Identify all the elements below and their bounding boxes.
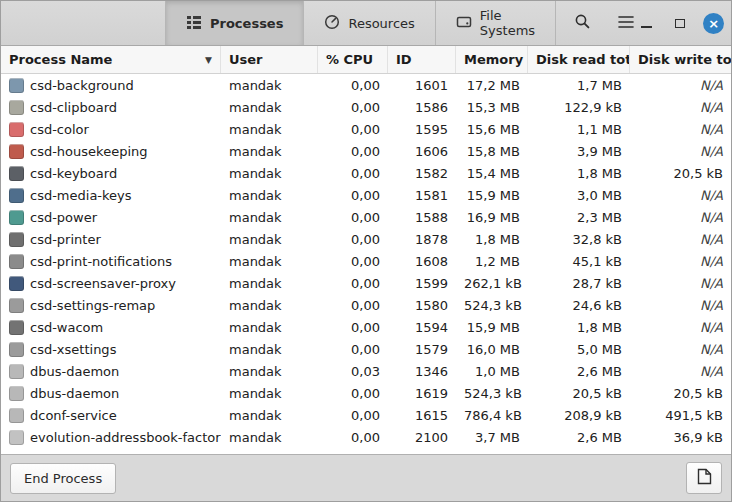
process-name-cell: csd-housekeeping	[1, 144, 221, 159]
table-row[interactable]: dbus-daemon mandak 0,00 1619 524,3 kB 20…	[1, 382, 731, 404]
process-icon	[9, 276, 24, 291]
process-id: 1580	[388, 298, 456, 313]
process-disk-write: N/A	[630, 144, 731, 159]
process-id: 1615	[388, 408, 456, 423]
column-header-process-name[interactable]: Process Name ▼	[1, 46, 221, 73]
process-disk-read: 24,6 kB	[528, 298, 630, 313]
process-name: dconf-service	[30, 408, 117, 423]
process-user: mandak	[221, 320, 318, 335]
column-label-disk-write: Disk write total	[638, 52, 731, 67]
column-header-disk-write[interactable]: Disk write total	[630, 46, 731, 73]
tab-file-systems-label: File Systems	[480, 8, 535, 38]
process-user: mandak	[221, 408, 318, 423]
tab-processes-label: Processes	[210, 16, 283, 31]
process-name-cell: dbus-daemon	[1, 386, 221, 401]
process-icon	[9, 166, 24, 181]
headerbar: Processes Resources File Systems	[1, 1, 731, 46]
process-disk-read: 2,6 MB	[528, 364, 630, 379]
process-disk-write: N/A	[630, 298, 731, 313]
process-icon	[9, 122, 24, 137]
table-row[interactable]: csd-power mandak 0,00 1588 16,9 MB 2,3 M…	[1, 206, 731, 228]
table-row[interactable]: csd-wacom mandak 0,00 1594 15,9 MB 1,8 M…	[1, 316, 731, 338]
process-disk-read: 1,7 MB	[528, 78, 630, 93]
table-row[interactable]: csd-screensaver-proxy mandak 0,00 1599 2…	[1, 272, 731, 294]
process-disk-write: N/A	[630, 276, 731, 291]
table-row[interactable]: csd-print-notifications mandak 0,00 1608…	[1, 250, 731, 272]
maximize-button[interactable]	[669, 12, 691, 34]
process-disk-write: N/A	[630, 232, 731, 247]
process-name: dbus-daemon	[30, 364, 119, 379]
process-id: 1594	[388, 320, 456, 335]
table-row[interactable]: csd-background mandak 0,00 1601 17,2 MB …	[1, 74, 731, 96]
process-memory: 16,9 MB	[456, 210, 528, 225]
tab-file-systems[interactable]: File Systems	[435, 1, 556, 45]
column-header-disk-read[interactable]: Disk read total	[528, 46, 630, 73]
table-row[interactable]: csd-printer mandak 0,00 1878 1,8 MB 32,8…	[1, 228, 731, 250]
process-name: csd-color	[30, 122, 89, 137]
system-monitor-window: Processes Resources File Systems	[0, 0, 732, 502]
table-row[interactable]: csd-media-keys mandak 0,00 1581 15,9 MB …	[1, 184, 731, 206]
column-header-cpu[interactable]: % CPU	[318, 46, 388, 73]
process-name: csd-printer	[30, 232, 101, 247]
column-header-memory[interactable]: Memory	[456, 46, 528, 73]
process-id: 1346	[388, 364, 456, 379]
process-user: mandak	[221, 210, 318, 225]
process-memory: 1,2 MB	[456, 254, 528, 269]
table-row[interactable]: csd-clipboard mandak 0,00 1586 15,3 MB 1…	[1, 96, 731, 118]
process-memory: 15,8 MB	[456, 144, 528, 159]
process-disk-read: 2,3 MB	[528, 210, 630, 225]
process-memory: 262,1 kB	[456, 276, 528, 291]
search-button[interactable]	[574, 6, 591, 40]
process-name-cell: csd-color	[1, 122, 221, 137]
process-user: mandak	[221, 232, 318, 247]
minimize-button[interactable]	[635, 12, 657, 34]
process-id: 1601	[388, 78, 456, 93]
hamburger-menu-icon	[617, 15, 635, 32]
process-memory: 15,9 MB	[456, 320, 528, 335]
process-memory: 15,3 MB	[456, 100, 528, 115]
table-row[interactable]: csd-color mandak 0,00 1595 15,6 MB 1,1 M…	[1, 118, 731, 140]
process-icon	[9, 408, 24, 423]
column-label-cpu: % CPU	[326, 52, 373, 67]
process-disk-read: 45,1 kB	[528, 254, 630, 269]
process-cpu: 0,00	[318, 298, 388, 313]
process-id: 1579	[388, 342, 456, 357]
table-row[interactable]: evolution-addressbook-factory mandak 0,0…	[1, 426, 731, 448]
process-disk-write: 20,5 kB	[630, 386, 731, 401]
process-disk-write: N/A	[630, 364, 731, 379]
process-name: csd-print-notifications	[30, 254, 172, 269]
process-memory: 15,6 MB	[456, 122, 528, 137]
process-disk-write: N/A	[630, 188, 731, 203]
column-header-user[interactable]: User	[221, 46, 318, 73]
process-disk-read: 28,7 kB	[528, 276, 630, 291]
end-process-button[interactable]: End Process	[10, 463, 116, 494]
gauge-icon	[324, 14, 340, 33]
table-row[interactable]: csd-settings-remap mandak 0,00 1580 524,…	[1, 294, 731, 316]
process-id: 1581	[388, 188, 456, 203]
menu-button[interactable]	[617, 6, 635, 40]
process-name-cell: csd-settings-remap	[1, 298, 221, 313]
tab-resources[interactable]: Resources	[303, 1, 434, 45]
table-row[interactable]: dbus-daemon mandak 0,03 1346 1,0 MB 2,6 …	[1, 360, 731, 382]
table-row[interactable]: csd-housekeeping mandak 0,00 1606 15,8 M…	[1, 140, 731, 162]
process-memory: 15,4 MB	[456, 166, 528, 181]
process-icon	[9, 320, 24, 335]
table-row[interactable]: csd-xsettings mandak 0,00 1579 16,0 MB 5…	[1, 338, 731, 360]
process-cpu: 0,00	[318, 386, 388, 401]
process-disk-read: 3,9 MB	[528, 144, 630, 159]
tab-processes[interactable]: Processes	[165, 1, 303, 45]
process-cpu: 0,00	[318, 144, 388, 159]
process-cpu: 0,00	[318, 408, 388, 423]
process-details-button[interactable]	[686, 462, 722, 494]
process-disk-write: 491,5 kB	[630, 408, 731, 423]
table-row[interactable]: dconf-service mandak 0,00 1615 786,4 kB …	[1, 404, 731, 426]
process-cpu: 0,00	[318, 188, 388, 203]
table-row[interactable]: csd-keyboard mandak 0,00 1582 15,4 MB 1,…	[1, 162, 731, 184]
process-id: 1606	[388, 144, 456, 159]
process-disk-read: 1,8 MB	[528, 320, 630, 335]
process-icon	[9, 364, 24, 379]
close-button[interactable]: ×	[703, 13, 724, 34]
column-header-id[interactable]: ID	[388, 46, 456, 73]
process-user: mandak	[221, 430, 318, 445]
process-name-cell: csd-clipboard	[1, 100, 221, 115]
